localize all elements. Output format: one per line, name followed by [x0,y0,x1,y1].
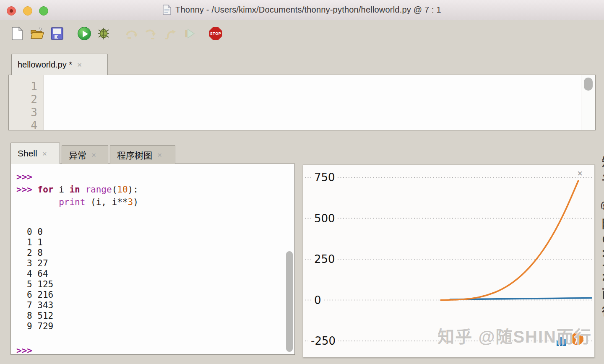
editor-scrollbar[interactable] [581,75,595,130]
resume-icon [183,27,196,40]
shell-prompt: >>> [16,346,32,355]
y-axis-tick-label: 0 [312,294,324,307]
shell-history: >>> >>> for i in range(10): print (i, i*… [16,171,294,208]
plotter-close-icon[interactable]: × [577,169,583,178]
step-into-icon [144,27,157,40]
y-axis-tick-label: 750 [312,171,338,184]
line-number: 4 [9,119,43,130]
document-icon [163,5,171,15]
shell-output: 0 01 12 83 274 645 1256 2167 3438 5129 7… [16,227,294,332]
shell-line: print (i, i**3) [16,196,294,208]
tab-shell-label: Shell [11,148,37,159]
stop-icon: STOP [209,27,222,40]
save-floppy-icon [51,27,63,40]
debug-script-button[interactable] [96,26,111,42]
shell-line: >>> for i in range(10): [16,183,294,196]
step-over-icon [125,27,138,40]
title-bar: Thonny - /Users/kimx/Documents/thonny-py… [0,0,604,20]
side-watermark: 知乎 @随SHIN而行 [599,156,604,363]
tab-helloworld-py[interactable]: helloworld.py * × [11,54,108,75]
shell-scrollbar[interactable] [284,164,294,354]
shell-scrollbar-thumb[interactable] [286,251,293,352]
y-axis-tick-label: 250 [312,252,338,266]
step-out-button [163,26,177,42]
watermark-text: 知乎 @随SHIN而行 [437,323,592,348]
save-file-button[interactable] [50,26,64,42]
run-icon [78,27,91,40]
close-window-button[interactable] [7,6,16,16]
step-over-button [125,26,139,42]
tab-label: helloworld.py * [12,60,72,70]
window-title: Thonny - /Users/kimx/Documents/thonny-py… [175,5,441,15]
thonny-window: { "titlebar": { "title": "Thonny - /User… [0,0,604,364]
shell-output-line: 0 0 [16,227,294,237]
shell-line: >>> [16,171,294,183]
shell-output-line: 4 64 [16,269,294,279]
shell-output-line: 8 512 [16,311,294,321]
open-folder-icon [30,27,44,40]
line-number-gutter: 1234 [9,75,44,130]
side-watermark-text: 知乎 @随SHIN而行 [599,156,604,323]
tab-shell-close-icon[interactable]: × [42,150,47,158]
stop-button[interactable]: STOP [208,26,223,42]
tab-shell[interactable]: Shell × [10,143,60,164]
zoom-window-button[interactable] [39,6,48,16]
shell-output-line: 5 125 [16,279,294,290]
series-line-i**3 [441,181,578,300]
new-file-button[interactable] [10,26,24,42]
run-script-button[interactable] [77,26,91,42]
shell-panel[interactable]: >>> >>> for i in range(10): print (i, i*… [10,164,295,355]
tab-program-tree-label: 程序树图 [110,148,152,161]
shell-output-line: 1 1 [16,237,294,248]
step-out-icon [164,27,177,40]
open-file-button[interactable] [30,26,44,42]
editor-scrollbar-thumb[interactable] [584,78,593,91]
code-editor[interactable]: 1234 [8,75,596,130]
shell-output-line: 3 27 [16,258,294,269]
plotter-panel: × 知乎 @随SHIN而行 7505002500-250 [303,164,595,357]
line-number: 1 [9,80,43,93]
tab-exception-label: 异常 [62,148,86,161]
new-file-icon [11,26,23,41]
shell-output-line: 7 343 [16,300,294,311]
y-axis-tick-label: 500 [312,212,338,225]
debug-bug-icon [96,26,111,41]
toolbar: STOP [10,24,223,43]
tab-exception[interactable]: 异常 × [62,145,108,164]
step-into-button [143,26,158,42]
shell-output-line: 6 216 [16,290,294,300]
line-number: 2 [9,93,43,106]
stop-label: STOP [210,31,221,36]
line-number: 3 [9,106,43,119]
minimize-window-button[interactable] [23,6,32,16]
tab-exception-close-icon[interactable]: × [91,151,96,159]
shell-output-line: 9 729 [16,321,294,332]
tab-program-tree-close-icon[interactable]: × [157,151,162,159]
tab-program-tree[interactable]: 程序树图 × [110,145,175,164]
resume-button [182,26,197,42]
tab-close-icon[interactable]: × [77,61,82,69]
shell-output-line: 2 8 [16,248,294,258]
y-axis-tick-label: -250 [308,334,338,348]
